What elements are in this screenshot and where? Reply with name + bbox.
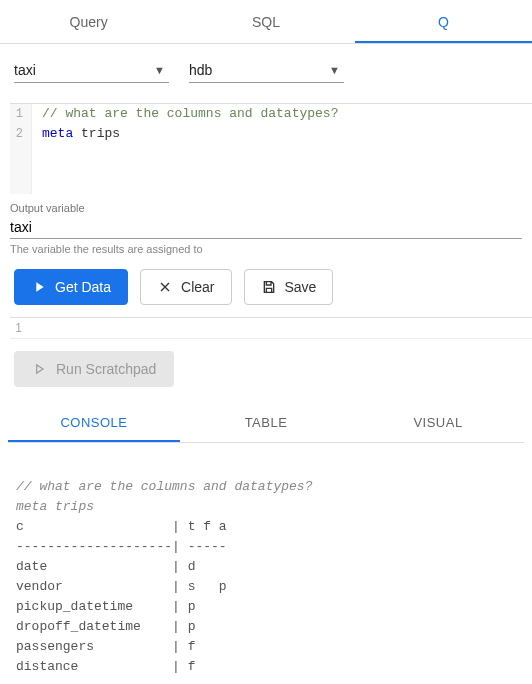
tab-table[interactable]: TABLE — [180, 403, 352, 442]
code-ident: trips — [81, 126, 120, 141]
run-scratchpad-label: Run Scratchpad — [56, 361, 156, 377]
close-icon — [157, 279, 173, 295]
code-editor[interactable]: 1 // what are the columns and datatypes?… — [10, 103, 532, 194]
run-scratchpad-button: Run Scratchpad — [14, 351, 174, 387]
tab-q[interactable]: Q — [355, 0, 532, 43]
get-data-button[interactable]: Get Data — [14, 269, 128, 305]
line-number: 2 — [10, 124, 32, 144]
line-number: 1 — [10, 104, 32, 124]
code-comment: // what are the columns and datatypes? — [42, 106, 338, 121]
chevron-down-icon: ▼ — [329, 64, 340, 76]
scratchpad-editor[interactable]: 1 — [10, 317, 532, 339]
output-var-help: The variable the results are assigned to — [10, 243, 522, 255]
output-var-input[interactable] — [10, 216, 522, 239]
select-right-value: hdb — [189, 62, 212, 78]
save-button[interactable]: Save — [244, 269, 334, 305]
output-tabs: CONSOLE TABLE VISUAL — [8, 403, 524, 443]
tab-query[interactable]: Query — [0, 0, 177, 43]
console-output: // what are the columns and datatypes? m… — [0, 443, 532, 684]
save-label: Save — [285, 279, 317, 295]
scratchpad-input[interactable] — [28, 320, 532, 337]
play-icon — [31, 279, 47, 295]
line-number: 1 — [10, 321, 28, 335]
tab-console[interactable]: CONSOLE — [8, 403, 180, 442]
tab-visual[interactable]: VISUAL — [352, 403, 524, 442]
chevron-down-icon: ▼ — [154, 64, 165, 76]
select-right[interactable]: hdb ▼ — [189, 62, 344, 83]
clear-label: Clear — [181, 279, 214, 295]
select-left-value: taxi — [14, 62, 36, 78]
play-icon — [32, 362, 46, 376]
output-var-label: Output variable — [10, 202, 522, 214]
save-icon — [261, 279, 277, 295]
top-tabs: Query SQL Q — [0, 0, 532, 44]
code-keyword: meta — [42, 126, 73, 141]
tab-sql[interactable]: SQL — [177, 0, 354, 43]
get-data-label: Get Data — [55, 279, 111, 295]
clear-button[interactable]: Clear — [140, 269, 231, 305]
select-left[interactable]: taxi ▼ — [14, 62, 169, 83]
